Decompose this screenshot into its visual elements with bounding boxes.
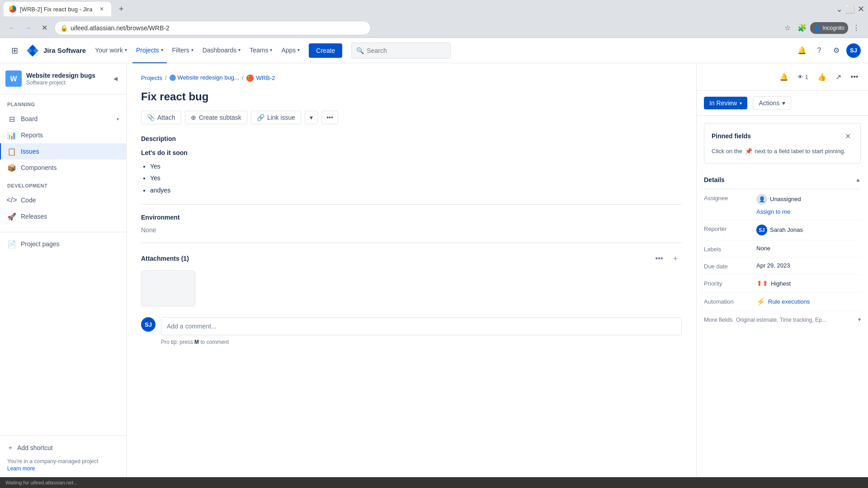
project-info: Website redesign bugs Software project [26, 71, 105, 86]
status-button[interactable]: In Review ▾ [704, 97, 747, 109]
nav-your-work[interactable]: Your work ▾ [91, 38, 131, 63]
sidebar-top-actions: 🔔 👁 1 👍 ↗ ••• [697, 63, 868, 91]
attach-button[interactable]: 📎 Attach [141, 111, 181, 124]
breadcrumb-issue: 🐛 WRB-2 [246, 75, 275, 82]
link-issue-button[interactable]: 🔗 Link issue [251, 111, 301, 124]
sidebar-item-code[interactable]: </> Code [0, 192, 126, 208]
sidebar-issues-label: Issues [21, 148, 119, 155]
more-fields-row[interactable]: More fields Original estimate, Time trac… [704, 311, 861, 328]
sidebar-releases-label: Releases [21, 213, 119, 220]
share-icon[interactable]: ↗ [832, 70, 844, 83]
sidebar-item-reports[interactable]: 📊 Reports [0, 127, 126, 143]
browser-toolbar: ← → ✕ 🔒 uifeed.atlassian.net/browse/WRB-… [0, 18, 868, 38]
bookmark-star-icon[interactable]: ☆ [781, 22, 794, 34]
project-name: Website redesign bugs [26, 71, 105, 80]
nav-teams[interactable]: Teams ▾ [246, 38, 276, 63]
close-window-button[interactable]: ✕ [857, 5, 864, 13]
svg-text:W: W [10, 75, 17, 83]
due-date-text: Apr 29, 2023 [756, 262, 790, 269]
search-input-box[interactable]: 🔍 [351, 42, 451, 59]
minimize-button[interactable]: ⌄ [835, 5, 843, 13]
attachment-add-button[interactable]: ＋ [669, 252, 682, 265]
subtask-icon: ⊕ [191, 114, 196, 121]
sidebar-collapse-button[interactable]: ◀ [110, 73, 121, 84]
your-work-chevron-icon: ▾ [125, 47, 127, 52]
actions-dropdown-button[interactable]: Actions ▾ [753, 96, 791, 110]
priority-value[interactable]: ⬆⬆ Highest [756, 279, 861, 288]
settings-gear-icon[interactable]: ⚙ [829, 43, 844, 58]
learn-more-link[interactable]: Learn more [7, 465, 119, 472]
automation-row: Automation ⚡ Rule executions [704, 293, 861, 311]
attachments-section: Attachments (1) ••• ＋ [141, 252, 682, 306]
status-chevron-icon: ▾ [740, 101, 742, 106]
search-input[interactable] [367, 47, 446, 54]
add-shortcut-plus-icon: ＋ [7, 444, 14, 452]
unassigned-icon: 👤 [756, 194, 767, 205]
sidebar-item-project-pages[interactable]: 📄 Project pages [0, 236, 126, 252]
breadcrumb-project-name: Website redesign bug... [178, 74, 239, 81]
browser-tab[interactable]: [WRB-2] Fix react bug - Jira ✕ [4, 2, 111, 16]
comment-input-box[interactable]: Add a comment... [161, 317, 682, 335]
ellipsis-actions-button[interactable]: ••• [321, 111, 338, 124]
tab-close-btn[interactable]: ✕ [98, 5, 106, 13]
jira-logo[interactable]: Jira Software [25, 43, 86, 58]
assign-to-me-link[interactable]: Assign to me [756, 208, 801, 215]
attachment-more-button[interactable]: ••• [653, 252, 665, 265]
watch-button[interactable]: 👁 1 [794, 72, 812, 82]
nav-projects[interactable]: Projects ▾ [132, 38, 167, 63]
pinned-fields-section: Pinned fields ✕ Click on the 📌 next to a… [704, 123, 861, 164]
rule-executions-link[interactable]: Rule executions [768, 298, 810, 305]
create-button[interactable]: Create [309, 43, 342, 58]
breadcrumb-project-link[interactable]: Website redesign bug... [170, 74, 239, 82]
project-pages-icon: 📄 [7, 239, 16, 249]
notification-bell-sidebar-icon[interactable]: 🔔 [778, 70, 790, 83]
project-avatar-icon: W [5, 70, 22, 87]
more-options-icon[interactable]: ••• [848, 70, 861, 83]
thumbs-up-icon[interactable]: 👍 [816, 70, 828, 83]
breadcrumb: Projects / Website redesign bug... / 🐛 W… [141, 74, 682, 82]
nav-right-actions: 🔔 ? ⚙ SJ [795, 43, 861, 58]
labels-value[interactable]: None [756, 245, 861, 252]
company-managed-note: You're in a company-managed project [7, 458, 119, 465]
attachment-thumbnail[interactable] [141, 270, 195, 306]
automation-lightning-icon: ⚡ [756, 297, 765, 306]
apps-grid-icon[interactable]: ⊞ [7, 43, 22, 58]
sidebar-item-issues[interactable]: 📋 Issues [0, 143, 126, 160]
main-content: W Website redesign bugs Software project… [0, 63, 868, 477]
sidebar-item-board[interactable]: ⊟ Board ▾ [0, 111, 126, 127]
back-button[interactable]: ← [5, 22, 18, 34]
address-bar[interactable]: 🔒 uifeed.atlassian.net/browse/WRB-2 [54, 21, 371, 35]
nav-filters[interactable]: Filters ▾ [169, 38, 197, 63]
sidebar-code-label: Code [21, 197, 119, 204]
breadcrumb-projects-link[interactable]: Projects [141, 75, 162, 81]
nav-dashboards[interactable]: Dashboards ▾ [199, 38, 245, 63]
notifications-bell-icon[interactable]: 🔔 [795, 43, 809, 58]
description-section: Description Let's do it soon Yes Yes and… [141, 135, 682, 196]
search-area: 🔍 [351, 42, 451, 59]
due-date-value[interactable]: Apr 29, 2023 [756, 262, 861, 269]
user-avatar[interactable]: SJ [846, 43, 861, 58]
chrome-menu-icon[interactable]: ⋮ [850, 22, 863, 34]
pinned-fields-close-button[interactable]: ✕ [842, 131, 853, 141]
board-chevron-icon: ▾ [117, 117, 119, 122]
assignee-label: Assignee [704, 194, 749, 202]
maximize-button[interactable]: ⬜ [846, 5, 854, 13]
reporter-row: Reporter SJ Sarah Jonas [704, 220, 861, 240]
sidebar-item-releases[interactable]: 🚀 Releases [0, 208, 126, 225]
new-tab-button[interactable]: + [115, 3, 127, 15]
add-shortcut-button[interactable]: ＋ Add shortcut [7, 441, 119, 455]
more-actions-dropdown[interactable]: ▾ [305, 111, 318, 124]
extension-puzzle-icon[interactable]: 🧩 [796, 22, 808, 34]
forward-button[interactable]: → [22, 22, 34, 34]
create-subtask-button[interactable]: ⊕ Create subtask [185, 111, 247, 124]
help-question-icon[interactable]: ? [812, 43, 826, 58]
reload-button[interactable]: ✕ [38, 22, 51, 34]
details-chevron-icon: ▲ [855, 177, 861, 183]
project-type: Software project [26, 80, 105, 86]
nav-apps[interactable]: Apps ▾ [278, 38, 303, 63]
incognito-button[interactable]: 👤 Incognito [810, 22, 848, 34]
breadcrumb-issue-id[interactable]: WRB-2 [256, 75, 275, 81]
sidebar-item-components[interactable]: 📦 Components [0, 160, 126, 176]
sidebar-project-header: W Website redesign bugs Software project… [0, 63, 126, 94]
details-header[interactable]: Details ▲ [704, 171, 861, 189]
